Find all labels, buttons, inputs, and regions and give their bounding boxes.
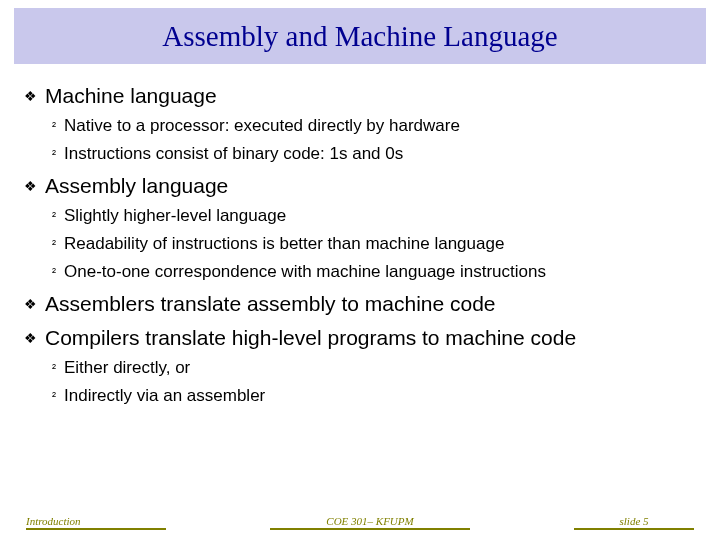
footer: Introduction COE 301– KFUPM slide 5 (26, 515, 694, 530)
footer-left: Introduction (26, 515, 166, 530)
bullet-l2: ² Instructions consist of binary code: 1… (52, 144, 696, 164)
sub-icon: ² (52, 119, 56, 133)
bullet-text: Readability of instructions is better th… (64, 234, 504, 254)
bullet-l2: ² One-to-one correspondence with machine… (52, 262, 696, 282)
bullet-l2: ² Slightly higher-level language (52, 206, 696, 226)
bullet-l2: ² Either directly, or (52, 358, 696, 378)
slide: Assembly and Machine Language ❖ Machine … (0, 0, 720, 540)
bullet-text: Assembly language (45, 174, 228, 198)
bullet-l1: ❖ Compilers translate high-level program… (24, 326, 696, 350)
bullet-text: One-to-one correspondence with machine l… (64, 262, 546, 282)
diamond-icon: ❖ (24, 296, 37, 312)
sub-icon: ² (52, 209, 56, 223)
bullet-text: Assemblers translate assembly to machine… (45, 292, 496, 316)
slide-title: Assembly and Machine Language (162, 20, 557, 53)
bullet-text: Instructions consist of binary code: 1s … (64, 144, 403, 164)
slide-body: ❖ Machine language ² Native to a process… (0, 64, 720, 406)
bullet-l1: ❖ Assembly language (24, 174, 696, 198)
footer-center: COE 301– KFUPM (270, 515, 470, 530)
sub-icon: ² (52, 237, 56, 251)
bullet-text: Slightly higher-level language (64, 206, 286, 226)
bullet-l2: ² Indirectly via an assembler (52, 386, 696, 406)
bullet-l1: ❖ Machine language (24, 84, 696, 108)
bullet-l1: ❖ Assemblers translate assembly to machi… (24, 292, 696, 316)
footer-right: slide 5 (574, 515, 694, 530)
bullet-l2: ² Native to a processor: executed direct… (52, 116, 696, 136)
sub-icon: ² (52, 147, 56, 161)
bullet-text: Native to a processor: executed directly… (64, 116, 460, 136)
sub-icon: ² (52, 265, 56, 279)
diamond-icon: ❖ (24, 88, 37, 104)
diamond-icon: ❖ (24, 178, 37, 194)
bullet-text: Compilers translate high-level programs … (45, 326, 576, 350)
sub-icon: ² (52, 361, 56, 375)
bullet-text: Machine language (45, 84, 217, 108)
diamond-icon: ❖ (24, 330, 37, 346)
sub-icon: ² (52, 389, 56, 403)
bullet-text: Indirectly via an assembler (64, 386, 265, 406)
title-bar: Assembly and Machine Language (14, 8, 706, 64)
bullet-text: Either directly, or (64, 358, 190, 378)
bullet-l2: ² Readability of instructions is better … (52, 234, 696, 254)
